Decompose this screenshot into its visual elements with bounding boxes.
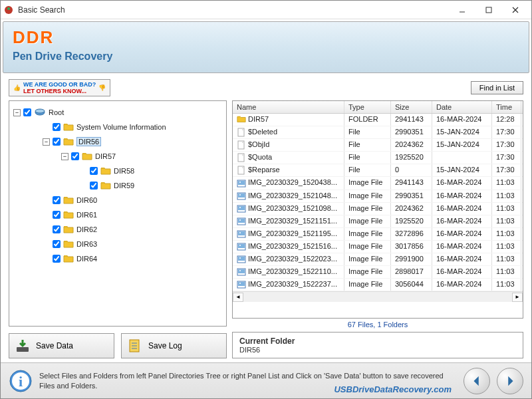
maximize-button[interactable] <box>475 2 502 18</box>
list-row[interactable]: IMG_20230329_1521195...Image File3272896… <box>233 228 523 241</box>
list-row[interactable]: IMG_20230329_1521048...Image File2990351… <box>233 190 523 203</box>
save-log-button[interactable]: Save Log <box>121 333 227 358</box>
col-type[interactable]: Type <box>344 101 391 113</box>
tree-checkbox[interactable] <box>23 108 31 116</box>
cell-type: File <box>344 139 391 151</box>
promo-button[interactable]: 👍 WE ARE GOOD OR BAD? LET OTHERS KNOW...… <box>9 79 110 96</box>
cell-name: DIR57 <box>233 114 344 126</box>
folder-icon <box>63 254 74 263</box>
tree-checkbox[interactable] <box>90 167 98 175</box>
svg-rect-18 <box>238 181 245 185</box>
list-row[interactable]: IMG_20230329_1521151...Image File1925520… <box>233 215 523 228</box>
cell-size: 2990351 <box>391 126 432 138</box>
image-icon <box>237 217 246 226</box>
toolbar: 👍 WE ARE GOOD OR BAD? LET OTHERS KNOW...… <box>1 75 531 100</box>
info-icon: i <box>9 369 33 393</box>
image-icon <box>237 242 246 251</box>
tree-item[interactable]: DIR60 <box>12 193 223 207</box>
list-row[interactable]: DIR57FOLDER294114316-MAR-202412:28 <box>233 114 523 126</box>
cell-type: Image File <box>344 241 391 253</box>
tree-checkbox[interactable] <box>90 182 98 190</box>
image-icon <box>237 280 246 289</box>
cell-time: 11:03 <box>492 177 521 189</box>
col-date[interactable]: Date <box>432 101 492 113</box>
current-folder-box: Current Folder DIR56 <box>232 332 523 358</box>
cell-time: 11:03 <box>492 228 521 240</box>
tree-item[interactable]: System Volume Information <box>12 120 223 134</box>
main-content: − Root System Volume Information−DIR56−D… <box>1 100 531 362</box>
list-row[interactable]: IMG_20230329_1522237...Image File3056044… <box>233 279 523 291</box>
nav-forward-button[interactable] <box>497 368 523 394</box>
tree-item[interactable]: DIR61 <box>12 207 223 222</box>
tree-label: DIR56 <box>76 137 101 146</box>
col-size[interactable]: Size <box>391 101 432 113</box>
thumbs-down-icon: 👎 <box>98 84 106 91</box>
collapse-icon[interactable]: − <box>13 109 21 116</box>
left-panel: − Root System Volume Information−DIR56−D… <box>9 100 227 358</box>
list-row[interactable]: IMG_20230329_1522023...Image File2991900… <box>233 253 523 266</box>
list-row[interactable]: $QuotaFile192552017:30 <box>233 152 523 164</box>
window-title: Basic Search <box>18 5 449 15</box>
minimize-button[interactable] <box>449 2 475 18</box>
cell-time: 17:30 <box>492 152 521 164</box>
horizontal-scrollbar[interactable]: ◄ ► <box>233 291 523 302</box>
col-name[interactable]: Name <box>233 101 344 113</box>
tree-checkbox[interactable] <box>71 152 79 160</box>
save-data-button[interactable]: Save Data <box>9 333 114 358</box>
list-row[interactable]: IMG_20230329_1521516...Image File3017856… <box>233 241 523 253</box>
cell-name: IMG_20230329_1521195... <box>233 228 344 240</box>
cell-time: 11:03 <box>492 203 521 215</box>
list-row[interactable]: IMG_20230329_1522110...Image File2898017… <box>233 266 523 279</box>
cell-size: 1925520 <box>391 152 432 164</box>
tree-item[interactable]: DIR58 <box>12 164 223 178</box>
toggle-icon[interactable]: − <box>43 138 50 146</box>
promo-line2: LET OTHERS KNOW... <box>23 88 96 94</box>
app-icon <box>3 5 14 15</box>
list-row[interactable]: $ReparseFile015-JAN-202417:30 <box>233 164 523 177</box>
tree-checkbox[interactable] <box>53 240 61 248</box>
cell-date: 16-MAR-2024 <box>432 190 492 202</box>
tree-item[interactable]: DIR62 <box>12 222 223 237</box>
svg-rect-39 <box>238 269 245 273</box>
tree-label: DIR61 <box>76 211 97 219</box>
directory-tree[interactable]: − Root System Volume Information−DIR56−D… <box>9 100 227 327</box>
drive-icon <box>34 108 46 117</box>
cell-date: 16-MAR-2024 <box>432 114 492 126</box>
close-button[interactable] <box>502 2 529 18</box>
tree-checkbox[interactable] <box>53 255 61 263</box>
svg-rect-30 <box>238 231 245 235</box>
file-list[interactable]: Name Type Size Date Time DIR57FOLDER2941… <box>232 100 523 319</box>
find-in-list-button[interactable]: Find in List <box>471 81 523 94</box>
tree-checkbox[interactable] <box>53 196 61 204</box>
cell-date: 16-MAR-2024 <box>432 228 492 240</box>
cell-date: 16-MAR-2024 <box>432 266 492 278</box>
save-log-label: Save Log <box>148 341 182 350</box>
tree-item[interactable]: −DIR56 <box>12 134 223 149</box>
tree-label: DIR64 <box>76 255 97 263</box>
list-row[interactable]: IMG_20230329_1520438...Image File2941143… <box>233 177 523 190</box>
col-time[interactable]: Time <box>492 101 521 113</box>
tree-label: DIR63 <box>76 240 97 248</box>
nav-back-button[interactable] <box>464 368 490 394</box>
list-row[interactable]: IMG_20230329_1521098...Image File2024362… <box>233 203 523 215</box>
tree-checkbox[interactable] <box>53 123 61 131</box>
tree-checkbox[interactable] <box>53 225 61 233</box>
scroll-right-button[interactable]: ► <box>512 293 523 302</box>
cell-time: 11:03 <box>492 215 521 227</box>
list-row[interactable]: $ObjIdFile202436215-JAN-202417:30 <box>233 139 523 152</box>
file-icon <box>237 153 246 162</box>
header-banner: DDR Pen Drive Recovery <box>3 21 529 73</box>
cell-size: 0 <box>391 164 432 176</box>
current-folder-title: Current Folder <box>239 336 516 346</box>
tree-item[interactable]: DIR64 <box>12 251 223 266</box>
tree-item[interactable]: −DIR57 <box>12 149 223 164</box>
toggle-icon[interactable]: − <box>61 153 68 160</box>
tree-item[interactable]: DIR63 <box>12 237 223 251</box>
scroll-left-button[interactable]: ◄ <box>233 293 243 302</box>
tree-item[interactable]: DIR59 <box>12 178 223 193</box>
list-row[interactable]: $DeletedFile299035115-JAN-202417:30 <box>233 126 523 139</box>
tree-checkbox[interactable] <box>53 211 61 219</box>
cell-type: File <box>344 126 391 138</box>
tree-root[interactable]: − Root <box>12 105 223 120</box>
tree-checkbox[interactable] <box>53 138 61 146</box>
